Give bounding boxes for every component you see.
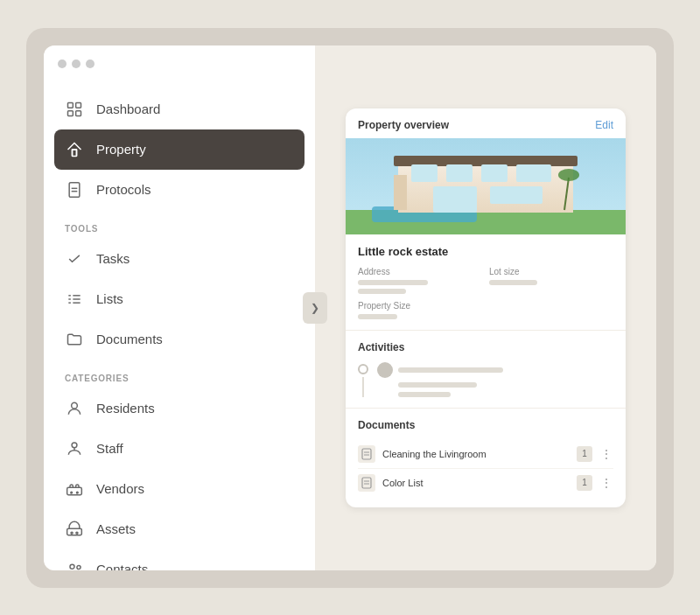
svg-rect-17 <box>67 487 82 494</box>
doc-item-1[interactable]: Cleaning the Livingroom 1 ⋮ <box>358 440 613 469</box>
sidebar-item-lists[interactable]: Lists <box>44 279 315 319</box>
svg-rect-20 <box>67 528 82 535</box>
svg-rect-37 <box>394 175 407 210</box>
address-value-bar-2 <box>358 289 406 294</box>
activity-bar-1 <box>398 367 503 373</box>
sidebar-item-dashboard[interactable]: Dashboard <box>44 89 315 129</box>
address-label: Address <box>358 267 482 276</box>
sidebar-item-protocols[interactable]: Protocols <box>44 170 315 210</box>
sidebar-item-assets[interactable]: Assets <box>44 509 315 549</box>
categories-section-label: CATEGORIES <box>44 360 315 388</box>
svg-point-22 <box>76 532 78 534</box>
toggle-arrow[interactable]: ❯ <box>303 292 327 324</box>
card-header: Property overview Edit <box>346 108 626 138</box>
activity-row-1 <box>377 362 613 378</box>
svg-rect-35 <box>433 186 477 213</box>
list-icon <box>65 290 84 309</box>
lot-size-value-bar <box>489 280 537 285</box>
address-value-bar <box>358 280 428 285</box>
sidebar: Dashboard Property <box>44 45 315 570</box>
assets-label: Assets <box>96 521 136 536</box>
person-icon <box>65 399 84 418</box>
protocols-icon <box>65 180 84 199</box>
tablet-frame: Dashboard Property <box>26 28 674 588</box>
right-panel: ❯ Property overview Edit <box>315 45 656 570</box>
address-detail: Address <box>358 267 482 294</box>
property-size-detail: Property Size <box>358 301 482 319</box>
svg-point-23 <box>70 564 74 569</box>
sidebar-item-residents[interactable]: Residents <box>44 388 315 429</box>
activity-bar-3 <box>398 392 451 397</box>
doc-badge-1: 1 <box>577 446 592 462</box>
property-card: Property overview Edit <box>346 108 626 507</box>
svg-rect-40 <box>362 449 371 459</box>
check-icon <box>65 249 84 269</box>
svg-point-24 <box>77 565 80 569</box>
lot-size-label: Lot size <box>489 267 613 276</box>
documents-title: Documents <box>358 419 613 431</box>
tools-section-label: TOOLS <box>44 210 315 239</box>
svg-rect-2 <box>68 110 74 115</box>
dot-2 <box>72 59 80 68</box>
tasks-label: Tasks <box>96 251 130 266</box>
sidebar-item-documents[interactable]: Documents <box>44 319 315 360</box>
property-name: Little rock estate <box>358 245 613 258</box>
folder-icon <box>65 330 84 349</box>
dot-3 <box>86 59 94 68</box>
documents-label: Documents <box>96 332 163 346</box>
doc-more-icon-1[interactable]: ⋮ <box>599 447 613 461</box>
activity-bar-2 <box>398 382 477 388</box>
svg-point-18 <box>71 492 73 493</box>
doc-name-1: Cleaning the Livingroom <box>382 449 570 459</box>
contacts-label: Contacts <box>96 562 148 570</box>
sidebar-item-tasks[interactable]: Tasks <box>44 239 315 279</box>
vendors-icon <box>65 479 84 499</box>
browser-dots <box>58 59 94 68</box>
doc-name-2: Color List <box>382 478 570 488</box>
edit-button[interactable]: Edit <box>595 119 613 131</box>
svg-rect-36 <box>490 186 542 204</box>
dot-1 <box>58 59 66 68</box>
doc-item-2[interactable]: Color List 1 ⋮ <box>358 469 613 497</box>
timeline-dot <box>358 364 368 374</box>
svg-point-14 <box>72 402 78 409</box>
staff-icon <box>65 439 84 458</box>
svg-rect-5 <box>69 182 80 197</box>
activity-timeline <box>358 362 613 397</box>
property-size-value-bar <box>358 314 397 319</box>
sidebar-item-property[interactable]: Property <box>54 129 304 170</box>
property-label: Property <box>96 142 146 157</box>
staff-label: Staff <box>96 441 123 456</box>
contacts-icon <box>65 560 84 570</box>
lists-label: Lists <box>96 291 123 306</box>
svg-point-15 <box>72 442 77 447</box>
property-size-label: Property Size <box>358 301 482 311</box>
sidebar-item-staff[interactable]: Staff <box>44 429 315 469</box>
doc-file-icon-1 <box>358 445 375 463</box>
home-icon <box>65 140 84 159</box>
chevron-right-icon: ❯ <box>311 302 319 314</box>
activities-section: Activities <box>346 331 626 409</box>
doc-file-icon-2 <box>358 474 375 492</box>
protocols-label: Protocols <box>96 182 151 197</box>
property-details: Address Lot size Property Size <box>358 267 613 319</box>
doc-more-icon-2[interactable]: ⋮ <box>599 476 613 490</box>
svg-rect-34 <box>516 164 551 182</box>
residents-label: Residents <box>96 401 155 416</box>
sidebar-item-contacts[interactable]: Contacts <box>44 549 315 570</box>
assets-icon <box>65 520 84 539</box>
svg-rect-31 <box>411 164 438 182</box>
dashboard-label: Dashboard <box>96 101 160 116</box>
card-overview-title: Property overview <box>358 119 449 131</box>
activities-title: Activities <box>358 341 613 353</box>
svg-rect-3 <box>76 110 81 115</box>
tablet-inner: Dashboard Property <box>44 45 656 570</box>
dashboard-icon <box>65 100 84 119</box>
property-image <box>346 138 626 234</box>
svg-rect-43 <box>362 478 371 488</box>
sidebar-item-vendors[interactable]: Vendors <box>44 469 315 509</box>
svg-point-19 <box>77 492 79 493</box>
doc-badge-2: 1 <box>577 475 592 491</box>
lot-size-detail: Lot size <box>489 267 613 294</box>
timeline-vertical-line <box>362 377 364 397</box>
